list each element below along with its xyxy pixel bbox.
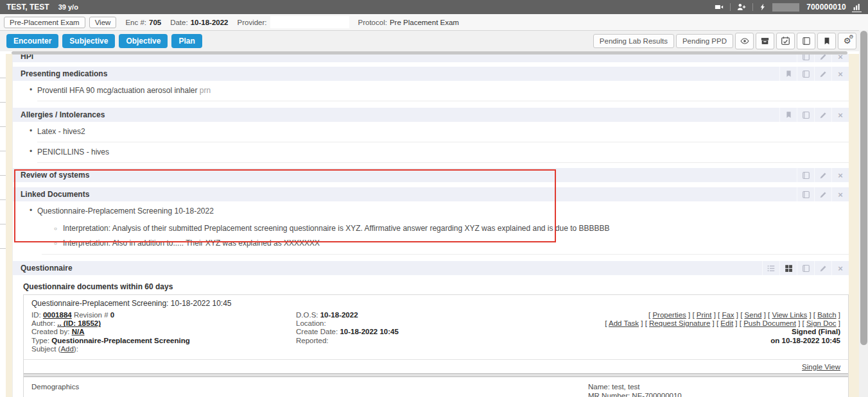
eye-icon[interactable] — [735, 33, 754, 49]
revision-label: Revision # — [74, 311, 108, 319]
dos-label: D.O.S: — [296, 311, 318, 319]
pending-ppd-button[interactable]: Pending PPD — [676, 34, 733, 48]
close-icon[interactable]: × — [831, 67, 849, 81]
enc-number-label: Enc #: — [125, 19, 146, 26]
close-icon[interactable]: × — [831, 187, 849, 201]
pencil-icon[interactable] — [814, 54, 831, 62]
close-icon[interactable]: × — [831, 108, 849, 122]
link-properties[interactable]: Properties — [648, 311, 690, 319]
location-label: Location: — [296, 319, 326, 327]
allergy-item: PENICILLINS - hives — [37, 142, 849, 163]
encounter-button[interactable]: Encounter — [6, 34, 58, 48]
section-hpi-clipped: HPI × — [13, 54, 849, 62]
flash-icon[interactable] — [759, 3, 767, 12]
nav-buttons: Encounter Subjective Objective Plan — [0, 34, 202, 48]
link-view-links[interactable]: View Links — [768, 311, 812, 319]
linked-document-item: Questionnaire-Preplacement Screening 10-… — [37, 201, 849, 221]
account-number: 700000010 — [806, 3, 846, 12]
pencil-icon[interactable] — [814, 187, 831, 201]
book-icon[interactable] — [797, 67, 814, 81]
list-view-icon[interactable] — [762, 261, 779, 275]
medication-sig: prn — [200, 86, 211, 95]
date-label: Date: — [170, 19, 188, 26]
view-button[interactable]: View — [89, 17, 117, 28]
bookmark-icon[interactable] — [817, 33, 836, 49]
section-title: Questionnaire — [21, 264, 73, 273]
close-icon[interactable]: × — [831, 168, 849, 182]
vertical-scrollbar-thumb[interactable] — [860, 31, 867, 345]
calendar-check-icon[interactable] — [776, 33, 795, 49]
type-value: Questionnaire-Preplacement Screening — [51, 337, 189, 344]
link-edit[interactable]: Edit — [716, 319, 738, 327]
grid-view-icon[interactable] — [779, 261, 797, 275]
interpretation-item: Interpretation: Analysis of their submit… — [63, 221, 849, 236]
link-sign-doc[interactable]: Sign Doc — [803, 319, 840, 327]
add-user-icon[interactable] — [736, 3, 747, 12]
patient-age: 39 y/o — [58, 3, 78, 11]
gears-icon[interactable]: ⚙⚙ — [838, 33, 856, 49]
id-link[interactable]: 0001884 — [43, 311, 72, 319]
pencil-icon[interactable] — [814, 261, 831, 275]
patient-titlebar: TEST, TEST 39 y/o 700000010 — [0, 0, 868, 14]
protocol-value: Pre Placement Exam — [390, 19, 459, 26]
pencil-icon[interactable] — [814, 67, 831, 81]
link-fax[interactable]: Fax — [718, 311, 738, 319]
link-batch[interactable]: Batch — [813, 311, 840, 319]
questionnaire-document-card: Questionnaire-Preplacement Screening: 10… — [23, 294, 849, 397]
link-send[interactable]: Send — [740, 311, 766, 319]
dos-value: 10-18-2022 — [320, 311, 358, 319]
bookmark-icon[interactable] — [779, 67, 797, 81]
titlebar-actions: 700000010 — [714, 3, 868, 12]
bookmark-icon[interactable] — [779, 108, 797, 122]
subjective-button[interactable]: Subjective — [62, 34, 115, 48]
created-by-label: Created by: — [31, 328, 69, 335]
book-icon[interactable] — [797, 261, 814, 275]
plan-button[interactable]: Plan — [171, 34, 202, 48]
subject-add-link[interactable]: Add — [60, 345, 73, 353]
revision-value: 0 — [110, 311, 114, 319]
document-details-left: ID: 0001884 Revision # 0 Author: .. (ID:… — [31, 311, 296, 353]
toolbar-actions: Pending Lab Results Pending PPD ⚙⚙ — [593, 33, 868, 49]
single-view-link[interactable]: Single View — [802, 363, 840, 371]
link-push-document[interactable]: Push Document — [740, 319, 801, 327]
book-icon[interactable] — [797, 54, 814, 62]
video-icon[interactable] — [714, 3, 724, 12]
author-label: Author: — [31, 319, 55, 327]
book-icon[interactable] — [797, 33, 815, 49]
pencil-icon[interactable] — [814, 168, 831, 182]
provider-input[interactable] — [270, 16, 349, 28]
date-value: 10-18-2022 — [191, 19, 229, 26]
document-action-links-row1: Properties Print Fax Send View Links Bat… — [605, 311, 840, 319]
horizontal-scrollbar[interactable] — [12, 51, 847, 55]
book-icon[interactable] — [797, 108, 814, 122]
signed-date: on 10-18-2022 10:45 — [605, 337, 840, 345]
close-icon[interactable]: × — [831, 54, 849, 62]
book-icon[interactable] — [797, 168, 814, 182]
objective-button[interactable]: Objective — [119, 34, 168, 48]
chart-icon[interactable] — [852, 3, 862, 12]
exam-type-button[interactable]: Pre-Placement Exam — [4, 17, 85, 28]
link-add-task[interactable]: Add Task — [605, 319, 643, 327]
section-title: Presenting medications — [21, 69, 107, 78]
subject-label-suffix: ): — [74, 345, 78, 353]
link-request-signature[interactable]: Request Signature — [645, 319, 715, 327]
medication-item: Proventil HFA 90 mcg/actuation aerosol i… — [37, 81, 849, 101]
close-icon[interactable]: × — [831, 261, 849, 275]
link-print[interactable]: Print — [692, 311, 715, 319]
archive-box-icon[interactable] — [756, 33, 774, 49]
section-title-hpi: HPI — [21, 54, 33, 61]
create-date-value: 10-18-2022 10:45 — [340, 328, 398, 335]
author-link[interactable]: .. (ID: 18552) — [57, 319, 101, 327]
book-icon[interactable] — [797, 187, 814, 201]
created-by-link[interactable]: N/A — [72, 328, 85, 335]
pencil-icon[interactable] — [814, 108, 831, 122]
pending-lab-results-button[interactable]: Pending Lab Results — [593, 34, 674, 48]
note-content: HPI × Presenting medications × Proventil — [13, 54, 849, 397]
divider — [730, 3, 731, 11]
chart-toolbar: Encounter Subjective Objective Plan Pend… — [0, 30, 868, 51]
document-action-links-row2: Add Task Request Signature Edit Push Doc… — [605, 319, 840, 328]
ehr-screen: TEST, TEST 39 y/o 700000010 Pre-Placemen… — [0, 0, 868, 397]
section-title: Review of systems — [21, 171, 89, 180]
document-details-middle: D.O.S: 10-18-2022 Location: Create Date:… — [296, 311, 605, 353]
vertical-scrollbar[interactable] — [859, 30, 868, 397]
